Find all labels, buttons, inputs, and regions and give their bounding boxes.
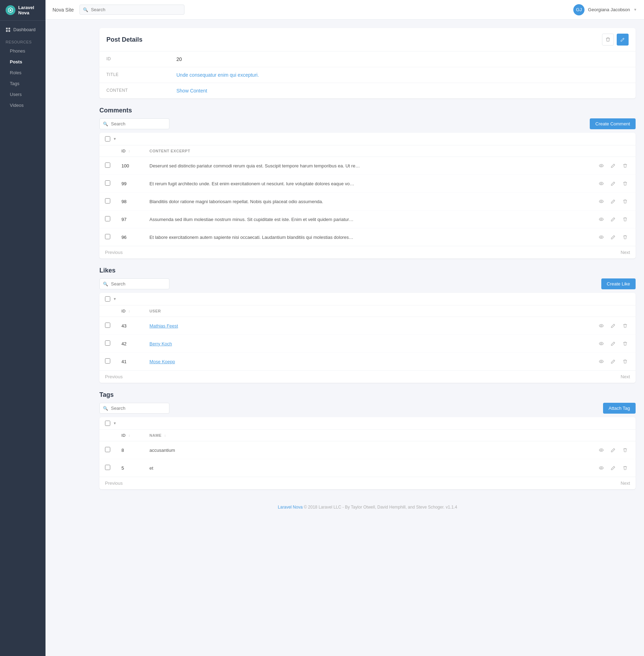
delete-row-icon[interactable] — [620, 463, 630, 473]
row-checkbox[interactable] — [105, 163, 110, 168]
likes-col-id[interactable]: ID ↕ — [116, 305, 144, 317]
edit-row-icon[interactable] — [608, 196, 618, 206]
likes-next-link[interactable]: Next — [621, 374, 630, 379]
comments-previous-link[interactable]: Previous — [105, 250, 123, 255]
edit-row-icon[interactable] — [608, 463, 618, 473]
row-checkbox-cell — [99, 210, 116, 228]
row-actions — [559, 232, 630, 242]
comments-bulk-action-chevron-icon[interactable]: ▼ — [113, 137, 117, 141]
svg-point-11 — [601, 343, 602, 344]
edit-row-icon[interactable] — [608, 161, 618, 171]
view-icon[interactable] — [596, 339, 606, 348]
view-icon[interactable] — [596, 214, 606, 224]
delete-row-icon[interactable] — [620, 445, 630, 455]
likes-table: ID ↕ USER 43 Mathias Feest — [99, 305, 636, 370]
comments-select-all-checkbox[interactable] — [105, 136, 110, 141]
view-icon[interactable] — [596, 321, 606, 331]
likes-bulk-action-chevron-icon[interactable]: ▼ — [113, 297, 117, 301]
edit-post-button[interactable] — [617, 34, 629, 46]
like-user-link[interactable]: Berry Koch — [149, 341, 172, 346]
row-checkbox[interactable] — [105, 234, 110, 239]
tags-next-link[interactable]: Next — [621, 481, 630, 486]
edit-row-icon[interactable] — [608, 445, 618, 455]
row-checkbox[interactable] — [105, 358, 110, 364]
comments-next-link[interactable]: Next — [621, 250, 630, 255]
edit-row-icon[interactable] — [608, 357, 618, 366]
view-icon[interactable] — [596, 179, 606, 188]
detail-value-title[interactable]: Unde consequatur enim qui excepturi. — [176, 72, 629, 78]
likes-search-input[interactable] — [99, 278, 169, 289]
tags-col-id[interactable]: ID ↕ — [116, 430, 144, 441]
like-user-link[interactable]: Mathias Feest — [149, 323, 178, 329]
main-content: Post Details ID 20 Title Unde consequatu… — [91, 20, 644, 656]
edit-row-icon[interactable] — [608, 339, 618, 348]
sidebar-item-dashboard[interactable]: Dashboard — [0, 23, 46, 36]
likes-search-container: 🔍 — [99, 278, 169, 289]
row-checkbox[interactable] — [105, 465, 110, 470]
tags-bulk-action-chevron-icon[interactable]: ▼ — [113, 421, 117, 425]
comment-id-cell: 100 — [116, 157, 144, 175]
sidebar-logo: Laravel Nova — [0, 0, 46, 21]
delete-row-icon[interactable] — [620, 232, 630, 242]
delete-row-icon[interactable] — [620, 321, 630, 331]
sidebar-item-phones[interactable]: Phones — [0, 46, 46, 56]
sidebar-item-videos[interactable]: Videos — [0, 100, 46, 111]
row-checkbox[interactable] — [105, 323, 110, 328]
likes-select-all-checkbox[interactable] — [105, 296, 110, 302]
edit-row-icon[interactable] — [608, 179, 618, 188]
svg-point-8 — [601, 219, 602, 220]
sidebar-item-tags[interactable]: Tags — [0, 78, 46, 89]
edit-row-icon[interactable] — [608, 214, 618, 224]
delete-row-icon[interactable] — [620, 339, 630, 348]
row-checkbox-cell — [99, 459, 116, 477]
row-checkbox[interactable] — [105, 216, 110, 221]
sidebar-item-users[interactable]: Users — [0, 89, 46, 100]
view-icon[interactable] — [596, 357, 606, 366]
comments-col-id[interactable]: ID ↕ — [116, 145, 144, 157]
view-icon[interactable] — [596, 161, 606, 171]
comment-actions-cell — [553, 193, 636, 210]
row-checkbox[interactable] — [105, 340, 110, 346]
delete-row-icon[interactable] — [620, 196, 630, 206]
comment-id-cell: 99 — [116, 175, 144, 193]
tags-search-input[interactable] — [99, 403, 169, 414]
comment-actions-cell — [553, 157, 636, 175]
likes-previous-link[interactable]: Previous — [105, 374, 123, 379]
edit-row-icon[interactable] — [608, 321, 618, 331]
view-icon[interactable] — [596, 463, 606, 473]
table-row: 99 Et rerum fugit architecto unde. Est e… — [99, 175, 636, 193]
row-checkbox[interactable] — [105, 198, 110, 203]
create-comment-button[interactable]: Create Comment — [590, 118, 636, 129]
likes-id-sort-icon: ↕ — [128, 309, 131, 313]
likes-section: Likes 🔍 Create Like ▼ ID ↕ — [99, 267, 636, 383]
attach-tag-button[interactable]: Attach Tag — [603, 403, 636, 414]
delete-row-icon[interactable] — [620, 161, 630, 171]
row-checkbox[interactable] — [105, 180, 110, 186]
sidebar-item-posts[interactable]: Posts — [0, 56, 46, 67]
phones-label: Phones — [10, 48, 25, 54]
delete-post-button[interactable] — [602, 34, 614, 46]
view-icon[interactable] — [596, 196, 606, 206]
like-user-link[interactable]: Mose Koepp — [149, 359, 175, 364]
delete-row-icon[interactable] — [620, 214, 630, 224]
tags-table-toolbar: ▼ — [99, 417, 636, 430]
tag-actions-cell — [365, 459, 636, 477]
footer-brand-link[interactable]: Laravel Nova — [278, 505, 303, 510]
edit-row-icon[interactable] — [608, 232, 618, 242]
delete-row-icon[interactable] — [620, 179, 630, 188]
comments-col-content-label: CONTENT EXCERPT — [149, 149, 190, 153]
sidebar-item-roles[interactable]: Roles — [0, 67, 46, 78]
view-icon[interactable] — [596, 445, 606, 455]
create-like-button[interactable]: Create Like — [601, 278, 636, 289]
likes-table-toolbar: ▼ — [99, 293, 636, 305]
view-icon[interactable] — [596, 232, 606, 242]
topbar-search-input[interactable] — [79, 5, 184, 15]
user-menu-chevron-icon[interactable]: ▼ — [634, 8, 637, 12]
tags-previous-link[interactable]: Previous — [105, 481, 123, 486]
tags-select-all-checkbox[interactable] — [105, 421, 110, 426]
comments-search-input[interactable] — [99, 118, 169, 129]
delete-row-icon[interactable] — [620, 357, 630, 366]
row-checkbox[interactable] — [105, 447, 110, 452]
row-actions — [371, 445, 630, 455]
show-content-link[interactable]: Show Content — [176, 88, 629, 94]
